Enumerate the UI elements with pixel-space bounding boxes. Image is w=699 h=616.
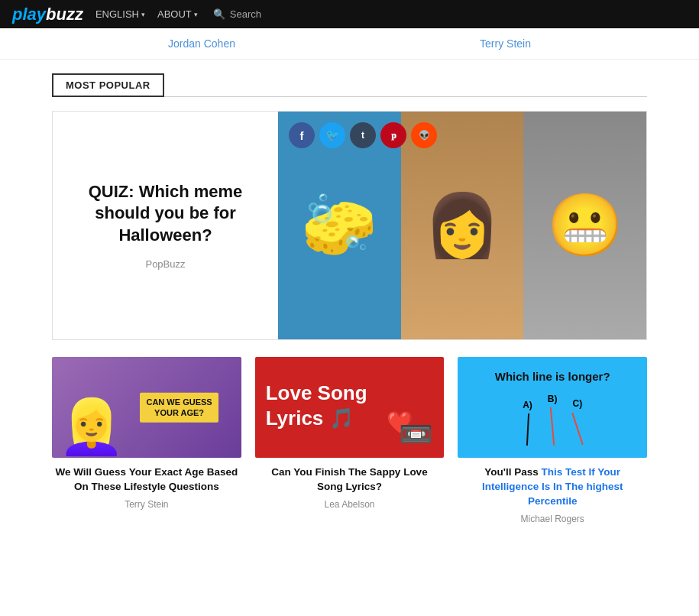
featured-card: QUIZ: Which meme should you be for Hallo… xyxy=(52,111,647,340)
reddit-share-button[interactable]: 👽 xyxy=(411,122,437,148)
age-badge: CAN WE GUESS YOUR AGE? xyxy=(140,393,218,423)
language-menu[interactable]: ENGLISH ▾ xyxy=(95,8,145,20)
card-lyrics-body: Can You Finish The Sappy Love Song Lyric… xyxy=(255,458,445,510)
iq-line-b: B) xyxy=(548,394,558,446)
iq-question: Which line is longer? xyxy=(495,370,610,383)
featured-author[interactable]: PopBuzz xyxy=(145,258,185,270)
search-icon: 🔍 xyxy=(213,8,225,20)
section-header: MOST POPULAR xyxy=(52,73,647,97)
label-a: A) xyxy=(523,400,532,410)
cards-row: 👱‍♀️ CAN WE GUESS YOUR AGE? We Will Gues… xyxy=(52,357,647,524)
search-input[interactable] xyxy=(230,8,299,20)
iq-lines: A) B) C) xyxy=(523,394,582,446)
lyrics-title-line2: Lyrics 🎵 xyxy=(266,407,354,430)
label-b: B) xyxy=(548,394,558,404)
card-age: 👱‍♀️ CAN WE GUESS YOUR AGE? We Will Gues… xyxy=(52,357,241,524)
card-lyrics-image: Love Song Lyrics 🎵 ❤️ 📼 xyxy=(255,357,445,458)
card-age-body: We Will Guess Your Exact Age Based On Th… xyxy=(52,458,241,510)
cassette-icon: 📼 xyxy=(399,418,433,450)
card-lyrics-title[interactable]: Can You Finish The Sappy Love Song Lyric… xyxy=(258,465,442,494)
about-menu[interactable]: ABOUT ▾ xyxy=(157,8,198,20)
iq-line-c: C) xyxy=(573,398,583,446)
label-c: C) xyxy=(573,398,583,409)
navigation: playbuzz ENGLISH ▾ ABOUT ▾ 🔍 xyxy=(0,0,699,28)
card-iq-title[interactable]: You'll Pass This Test If Your Intelligen… xyxy=(461,465,644,509)
chevron-down-icon: ▾ xyxy=(194,11,198,18)
card-age-title[interactable]: We Will Guess Your Exact Age Based On Th… xyxy=(55,465,238,494)
card-iq-image: Which line is longer? A) B) C) xyxy=(458,357,647,458)
woman-silhouette-icon: 👱‍♀️ xyxy=(58,395,125,458)
iq-line-a: A) xyxy=(523,400,532,446)
twitter-share-button[interactable]: 🐦 xyxy=(319,122,345,148)
card-age-author: Terry Stein xyxy=(55,499,238,510)
featured-image-man: 😬 xyxy=(523,112,646,339)
search-container: 🔍 xyxy=(213,8,299,20)
lyrics-title-line1: Love Song xyxy=(266,382,367,404)
card-iq: Which line is longer? A) B) C) You'll Pa… xyxy=(458,357,647,524)
social-share-bar: f 🐦 t 𝐩 👽 xyxy=(289,122,437,148)
section-title: MOST POPULAR xyxy=(52,73,164,97)
author-row: Jordan Cohen Terry Stein xyxy=(0,28,699,60)
facebook-share-button[interactable]: f xyxy=(289,122,315,148)
tumblr-share-button[interactable]: t xyxy=(350,122,376,148)
card-lyrics-author: Lea Abelson xyxy=(258,499,442,510)
pinterest-share-button[interactable]: 𝐩 xyxy=(380,122,406,148)
author-right[interactable]: Terry Stein xyxy=(480,37,531,50)
card-iq-author: Michael Rogers xyxy=(461,514,644,524)
card-lyrics: Love Song Lyrics 🎵 ❤️ 📼 Can You Finish T… xyxy=(255,357,445,524)
logo[interactable]: playbuzz xyxy=(12,5,83,24)
featured-images: f 🐦 t 𝐩 👽 🧽 👩 😬 xyxy=(278,112,646,339)
featured-text-panel: QUIZ: Which meme should you be for Hallo… xyxy=(53,112,278,339)
chevron-down-icon: ▾ xyxy=(141,11,145,18)
card-age-image: 👱‍♀️ CAN WE GUESS YOUR AGE? xyxy=(52,357,241,458)
card-iq-body: You'll Pass This Test If Your Intelligen… xyxy=(458,458,647,524)
featured-title[interactable]: QUIZ: Which meme should you be for Hallo… xyxy=(68,181,263,247)
author-left[interactable]: Jordan Cohen xyxy=(168,37,235,50)
